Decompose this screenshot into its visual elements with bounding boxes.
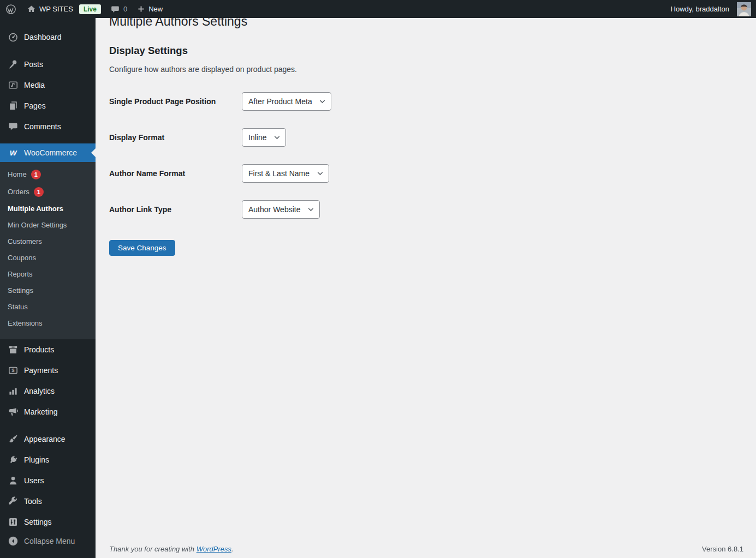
field-label-author-link-type: Author Link Type bbox=[109, 205, 242, 214]
single-product-page-position-select[interactable]: After Product Meta bbox=[242, 92, 331, 111]
sidebar-item-payments[interactable]: $ Payments bbox=[0, 360, 96, 381]
submenu-item-orders[interactable]: Orders 1 bbox=[0, 183, 96, 201]
sidebar-item-label: Comments bbox=[24, 122, 61, 131]
sidebar-item-label: Settings bbox=[24, 518, 52, 526]
submenu-item-label: Reports bbox=[8, 270, 33, 279]
form-row: Author Link Type Author Website bbox=[109, 200, 743, 219]
collapse-menu-button[interactable]: Collapse Menu bbox=[0, 531, 96, 551]
sidebar-item-products[interactable]: Products bbox=[0, 339, 96, 360]
display-format-select[interactable]: Inline bbox=[242, 128, 286, 147]
settings-form: Single Product Page Position After Produ… bbox=[109, 92, 743, 256]
sidebar-item-tools[interactable]: Tools bbox=[0, 491, 96, 512]
sidebar-item-settings[interactable]: Settings bbox=[0, 512, 96, 532]
bar-chart-icon bbox=[8, 386, 19, 397]
submenu-item-coupons[interactable]: Coupons bbox=[0, 250, 96, 266]
admin-bar: WP SITES Live 0 New Howdy, braddalton bbox=[0, 0, 756, 18]
sidebar-item-label: Tools bbox=[24, 497, 42, 506]
megaphone-icon bbox=[8, 406, 19, 417]
submenu-item-multiple-authors[interactable]: Multiple Authors bbox=[0, 201, 96, 217]
submenu-item-home[interactable]: Home 1 bbox=[0, 166, 96, 183]
dashboard-icon bbox=[8, 32, 19, 43]
admin-menu: Dashboard Posts Media Pages Comments W W… bbox=[0, 18, 96, 558]
sidebar-item-label: WooCommerce bbox=[24, 148, 77, 157]
submenu-item-label: Orders bbox=[8, 188, 29, 196]
submenu-item-label: Home bbox=[8, 170, 27, 179]
section-description: Configure how authors are displayed on p… bbox=[109, 65, 743, 74]
sidebar-item-label: Posts bbox=[24, 60, 43, 69]
author-name-format-select[interactable]: First & Last Name bbox=[242, 164, 329, 183]
new-label: New bbox=[148, 5, 163, 13]
howdy-label: Howdy, braddalton bbox=[671, 5, 729, 13]
field-label-single-product-page-position: Single Product Page Position bbox=[109, 97, 242, 106]
site-name-label: WP SITES bbox=[39, 5, 73, 13]
live-badge: Live bbox=[79, 4, 101, 14]
submenu-item-settings[interactable]: Settings bbox=[0, 283, 96, 299]
avatar bbox=[737, 2, 751, 16]
submenu-item-label: Min Order Settings bbox=[8, 221, 67, 230]
submenu-item-min-order-settings[interactable]: Min Order Settings bbox=[0, 217, 96, 233]
submenu-item-status[interactable]: Status bbox=[0, 299, 96, 315]
menu-separator bbox=[0, 47, 96, 54]
paintbrush-icon bbox=[8, 434, 19, 445]
pushpin-icon bbox=[8, 59, 19, 70]
plug-icon bbox=[8, 454, 19, 465]
sidebar-item-marketing[interactable]: Marketing bbox=[0, 401, 96, 422]
wordpress-link[interactable]: WordPress bbox=[197, 545, 231, 553]
author-link-type-select[interactable]: Author Website bbox=[242, 200, 320, 219]
new-content-menu[interactable]: New bbox=[132, 0, 168, 18]
sidebar-item-label: Pages bbox=[24, 101, 46, 110]
version-text: Version 6.8.1 bbox=[702, 545, 743, 553]
sidebar-item-label: Dashboard bbox=[24, 33, 62, 41]
sidebar-item-posts[interactable]: Posts bbox=[0, 54, 96, 75]
sidebar-item-label: Analytics bbox=[24, 387, 55, 395]
plus-icon bbox=[137, 5, 145, 13]
woocommerce-icon: W bbox=[8, 147, 19, 158]
wp-logo-button[interactable] bbox=[0, 0, 22, 18]
sidebar-item-media[interactable]: Media bbox=[0, 75, 96, 95]
sidebar-item-label: Users bbox=[24, 476, 44, 485]
sidebar-item-label: Appearance bbox=[24, 435, 66, 443]
menu-separator bbox=[0, 422, 96, 429]
footer-thanks: Thank you for creating with WordPress. bbox=[109, 545, 234, 553]
submenu-item-label: Customers bbox=[8, 237, 42, 246]
sidebar-item-pages[interactable]: Pages bbox=[0, 95, 96, 116]
sidebar-item-plugins[interactable]: Plugins bbox=[0, 449, 96, 470]
field-label-author-name-format: Author Name Format bbox=[109, 169, 242, 178]
collapse-arrow-icon bbox=[8, 536, 19, 547]
sidebar-item-analytics[interactable]: Analytics bbox=[0, 381, 96, 401]
home-count-badge: 1 bbox=[31, 170, 41, 179]
sidebar-item-dashboard[interactable]: Dashboard bbox=[0, 27, 96, 47]
pages-icon bbox=[8, 100, 19, 111]
submenu-item-label: Settings bbox=[8, 286, 33, 295]
sidebar-item-label: Media bbox=[24, 81, 45, 89]
home-icon bbox=[27, 4, 36, 14]
sliders-icon bbox=[8, 517, 19, 527]
main-content: Multiple Authors Settings Display Settin… bbox=[96, 0, 756, 540]
archive-box-icon bbox=[8, 344, 19, 355]
sidebar-item-woocommerce[interactable]: W WooCommerce bbox=[0, 143, 96, 162]
site-name-menu[interactable]: WP SITES bbox=[22, 0, 78, 18]
dollar-card-icon: $ bbox=[8, 365, 19, 376]
sidebar-item-users[interactable]: Users bbox=[0, 470, 96, 491]
submenu-item-customers[interactable]: Customers bbox=[0, 233, 96, 250]
sidebar-item-appearance[interactable]: Appearance bbox=[0, 429, 96, 449]
form-row: Display Format Inline bbox=[109, 128, 743, 147]
media-icon bbox=[8, 80, 19, 91]
footer-thanks-text: Thank you for creating with bbox=[109, 545, 197, 553]
comment-bubble-icon bbox=[110, 4, 120, 14]
comments-menu[interactable]: 0 bbox=[105, 0, 132, 18]
form-row: Author Name Format First & Last Name bbox=[109, 164, 743, 183]
sidebar-item-comments[interactable]: Comments bbox=[0, 116, 96, 137]
svg-text:$: $ bbox=[11, 367, 15, 373]
woocommerce-submenu: Home 1 Orders 1 Multiple Authors Min Ord… bbox=[0, 162, 96, 339]
submenu-item-extensions[interactable]: Extensions bbox=[0, 315, 96, 332]
user-icon bbox=[8, 475, 19, 486]
my-account-menu[interactable]: Howdy, braddalton bbox=[666, 2, 756, 16]
footer-thanks-period: . bbox=[231, 545, 234, 553]
submenu-item-label: Coupons bbox=[8, 254, 36, 262]
comment-count: 0 bbox=[123, 5, 127, 13]
sidebar-item-label: Products bbox=[24, 345, 54, 354]
orders-count-badge: 1 bbox=[34, 187, 44, 197]
save-changes-button[interactable]: Save Changes bbox=[109, 240, 175, 256]
submenu-item-reports[interactable]: Reports bbox=[0, 266, 96, 283]
